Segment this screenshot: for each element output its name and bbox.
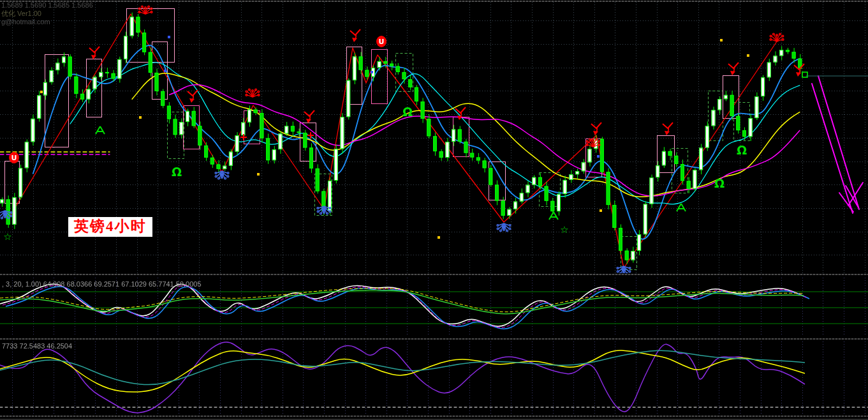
- stochastic-values: , 3, 20, 1.00) 64.008 68.0366 69.2571 67…: [2, 280, 202, 289]
- pane-separator[interactable]: [0, 338, 868, 341]
- email-watermark: g@hotmail.com: [1, 18, 50, 26]
- ohlc-quote: 1.5689 1.5690 1.5685 1.5686: [1, 1, 93, 10]
- chart-period-label[interactable]: 英镑4小时: [68, 217, 152, 237]
- pane-separator[interactable]: [0, 273, 868, 276]
- chart-window: 1.5689 1.5690 1.5685 1.5686 优化 Ver1.00 g…: [0, 0, 868, 420]
- rsi-values: 7733 72.5483 46.2504: [2, 342, 72, 350]
- rsi-pane[interactable]: [0, 341, 868, 415]
- indicator-version: 优化 Ver1.00: [1, 10, 41, 18]
